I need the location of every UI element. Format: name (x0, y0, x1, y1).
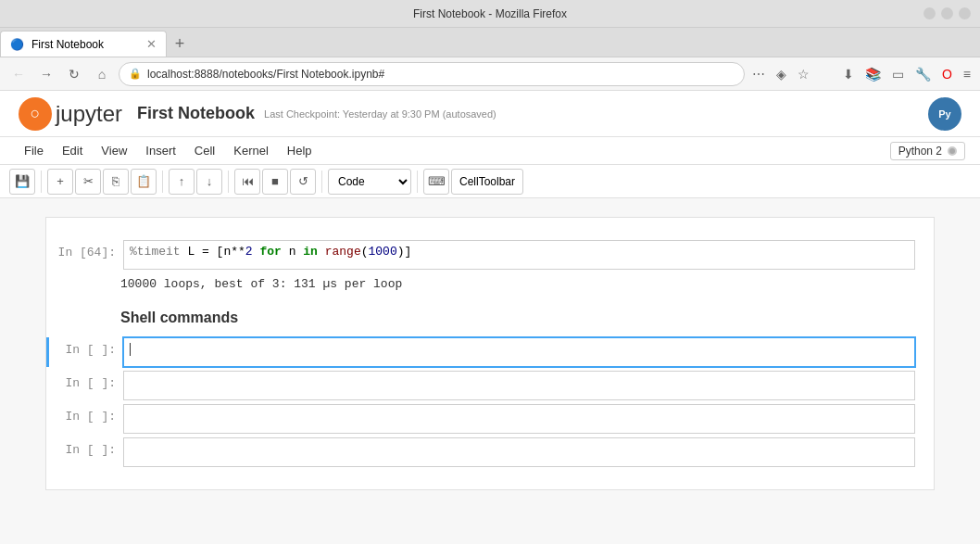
menu-cell[interactable]: Cell (185, 140, 224, 161)
cell-3-input[interactable] (123, 404, 915, 434)
restart-button[interactable]: ↺ (290, 169, 316, 195)
menu-edit[interactable]: Edit (53, 140, 92, 161)
kernel-name: Python 2 (898, 145, 942, 158)
notebook-title-section: First Notebook Last Checkpoint: Yesterda… (137, 104, 496, 123)
python-badge: Py (928, 97, 961, 131)
cell-right-padding (915, 240, 934, 270)
cell-3-right (915, 404, 934, 434)
browser-toolbar: ← → ↻ ⌂ 🔒 localhost:8888/notebooks/First… (0, 57, 980, 91)
move-down-button[interactable]: ↓ (196, 169, 222, 195)
cell-4-input[interactable] (123, 437, 915, 467)
kernel-badge: Python 2 (890, 142, 965, 160)
tab-title: First Notebook (31, 38, 139, 51)
cursor (130, 343, 131, 356)
window-maximize[interactable] (941, 7, 953, 19)
cell-3-prompt: In [ ]: (49, 404, 123, 434)
cell-4-right (915, 437, 934, 467)
addon-icon[interactable]: 🔧 (913, 65, 933, 83)
move-up-button[interactable]: ↑ (169, 169, 195, 195)
checkpoint-text: Last Checkpoint: Yesterday at 9:30 PM (a… (264, 108, 496, 120)
forward-button[interactable]: → (35, 63, 57, 85)
refresh-button[interactable]: ↻ (63, 63, 85, 85)
run-prev-button[interactable]: ⏮ (234, 169, 260, 195)
new-tab-button[interactable]: + (167, 31, 193, 57)
jupyter-logo-icon: ○ (19, 97, 52, 131)
cell-4-prompt: In [ ]: (49, 437, 123, 467)
cell-type-select[interactable]: Code (328, 169, 411, 195)
window-close[interactable] (959, 7, 971, 19)
download-icon[interactable]: ⬇ (841, 65, 856, 83)
window-controls (923, 7, 971, 19)
cell-2-input[interactable] (123, 371, 915, 400)
home-button[interactable]: ⌂ (91, 63, 113, 85)
toolbar-separator-5 (417, 171, 418, 193)
menu-right: Python 2 (890, 142, 965, 160)
toolbar-separator-4 (321, 171, 322, 193)
menu-view[interactable]: View (92, 140, 136, 161)
cell-64-input[interactable]: %timeit L = [n**2 for n in range(1000)] (123, 240, 915, 270)
keyboard-shortcut-button[interactable]: ⌨ (423, 169, 449, 195)
copy-cell-button[interactable]: ⎘ (103, 169, 129, 195)
cell-1-right (915, 337, 934, 367)
notebook-inner: In [64]: %timeit L = [n**2 for n in rang… (45, 217, 935, 490)
bookmark-icon[interactable]: ☆ (796, 65, 811, 83)
jupyter-logo-text: jupyter (56, 101, 122, 127)
celltoolbar-button[interactable]: CellToolbar (451, 169, 523, 195)
cell-64-prompt: In [64]: (49, 240, 123, 270)
notebook-title[interactable]: First Notebook (137, 104, 255, 123)
jupyter-header: ○ jupyter First Notebook Last Checkpoint… (0, 91, 980, 137)
jupyter-logo: ○ jupyter (19, 97, 122, 131)
menu-bar: File Edit View Insert Cell Kernel Help P… (0, 137, 980, 165)
toolbar-separator-2 (162, 171, 163, 193)
paste-cell-button[interactable]: 📋 (131, 169, 157, 195)
tab-favicon: 🔵 (10, 38, 24, 51)
window-minimize[interactable] (923, 7, 936, 19)
window-title: First Notebook - Mozilla Firefox (413, 7, 567, 20)
address-bar[interactable]: 🔒 localhost:8888/notebooks/First Noteboo… (119, 62, 745, 86)
tab-first-notebook[interactable]: 🔵 First Notebook ✕ (0, 31, 167, 57)
menu-icon[interactable]: ≡ (961, 65, 973, 83)
cell-2[interactable]: In [ ]: (46, 371, 934, 400)
toolbar-separator-1 (41, 171, 42, 193)
cell-1[interactable]: In [ ]: (46, 337, 934, 367)
opera-icon[interactable]: O (940, 65, 954, 83)
cell-1-input[interactable] (123, 337, 915, 367)
save-button[interactable]: 💾 (9, 169, 35, 195)
interrupt-button[interactable]: ■ (262, 169, 288, 195)
cell-2-prompt: In [ ]: (49, 371, 123, 400)
pocket-icon[interactable]: ◈ (774, 65, 788, 83)
cut-cell-button[interactable]: ✂ (75, 169, 101, 195)
tab-bar: 🔵 First Notebook ✕ + (0, 28, 980, 57)
add-cell-button[interactable]: + (47, 169, 73, 195)
cell-4[interactable]: In [ ]: (46, 437, 934, 467)
menu-help[interactable]: Help (278, 140, 321, 161)
toolbar-separator-3 (228, 171, 229, 193)
section-heading: Shell commands (46, 295, 934, 334)
address-text: localhost:8888/notebooks/First Notebook.… (147, 68, 735, 81)
notebook-toolbar: 💾 + ✂ ⎘ 📋 ↑ ↓ ⏮ ■ ↺ Code ⌨ CellToolbar (0, 165, 980, 198)
menu-kernel[interactable]: Kernel (224, 140, 278, 161)
library-icon[interactable]: 📚 (863, 65, 883, 83)
cell-3[interactable]: In [ ]: (46, 404, 934, 434)
menu-file[interactable]: File (15, 140, 53, 161)
browser-toolbar-right: ⋯ ◈ ☆ ⬇ 📚 ▭ 🔧 O ≡ (750, 65, 973, 83)
more-tools-icon[interactable]: ⋯ (750, 65, 767, 83)
notebook-content[interactable]: In [64]: %timeit L = [n**2 for n in rang… (0, 198, 980, 544)
tab-close-icon[interactable]: ✕ (146, 37, 157, 51)
cell-64-output: 10000 loops, best of 3: 131 µs per loop (46, 273, 934, 295)
cell-1-prompt: In [ ]: (49, 337, 123, 367)
window-titlebar: First Notebook - Mozilla Firefox (0, 0, 980, 28)
lock-icon: 🔒 (129, 68, 142, 80)
kernel-circle (948, 146, 957, 156)
reader-icon[interactable]: ▭ (890, 65, 906, 83)
cell-2-right (915, 371, 934, 400)
back-button[interactable]: ← (7, 63, 30, 85)
cell-64: In [64]: %timeit L = [n**2 for n in rang… (46, 240, 934, 270)
menu-insert[interactable]: Insert (136, 140, 185, 161)
